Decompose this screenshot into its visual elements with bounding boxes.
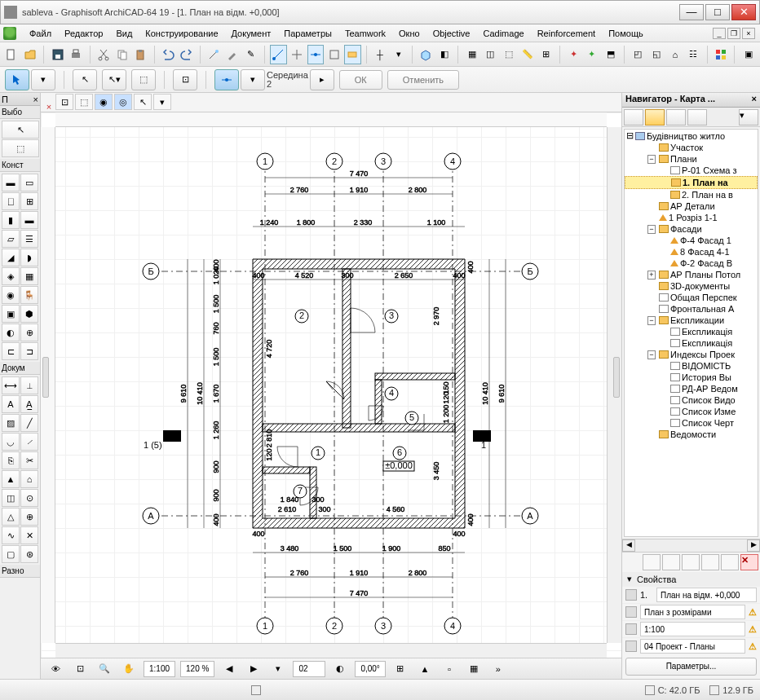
tool-c[interactable]: ⬚: [501, 45, 518, 64]
paste-button[interactable]: [132, 45, 149, 64]
menu-design[interactable]: Конструирование: [139, 26, 224, 41]
menu-options[interactable]: Параметры: [277, 26, 338, 41]
snap-group-5[interactable]: [344, 45, 361, 64]
spline-tool[interactable]: ∿: [2, 526, 20, 544]
beam-tool[interactable]: ▬: [20, 211, 38, 229]
props-tab-delete[interactable]: ✕: [740, 554, 758, 570]
section-button[interactable]: ◧: [436, 45, 453, 64]
tree-item[interactable]: +АР Планы Потол: [625, 269, 758, 280]
orbit-button[interactable]: 👁: [46, 659, 65, 679]
zoom-extents-button[interactable]: ⊡: [70, 659, 90, 679]
snap-midpoint-button[interactable]: [214, 69, 239, 90]
menu-reinforcement[interactable]: Reinforcement: [531, 26, 603, 41]
trace-button[interactable]: ⊡: [55, 94, 73, 110]
tree-item[interactable]: −Фасади: [625, 223, 758, 235]
snap-group-1[interactable]: [270, 45, 287, 64]
grid-tool[interactable]: ⊕: [20, 508, 38, 526]
mdi-restore[interactable]: ❐: [727, 28, 740, 39]
tool-j[interactable]: ◱: [648, 45, 665, 64]
trace-fill[interactable]: ◉: [95, 94, 113, 110]
horizontal-scrollbar[interactable]: [55, 643, 607, 658]
menu-view[interactable]: Вид: [109, 26, 139, 41]
view-3d-button[interactable]: [418, 45, 435, 64]
grid-snap-button[interactable]: ┼: [372, 45, 389, 64]
props-tab-5[interactable]: [721, 554, 739, 570]
minimize-button[interactable]: —: [679, 4, 704, 20]
interior-tool[interactable]: ⌂: [20, 470, 38, 488]
skylight-tool[interactable]: ◈: [2, 267, 20, 285]
tree-item[interactable]: Ф-4 Фасад 1: [625, 235, 758, 246]
roof-tool[interactable]: ◢: [2, 249, 20, 266]
text-tool[interactable]: A: [2, 395, 20, 413]
curtain-tool[interactable]: ▦: [20, 267, 38, 285]
tree-item[interactable]: Список Черт: [625, 417, 758, 429]
tab-close-icon[interactable]: ×: [44, 102, 54, 112]
menu-file[interactable]: Файл: [23, 26, 58, 41]
dimension-tool[interactable]: ⟷: [2, 376, 20, 394]
qb-more[interactable]: »: [488, 659, 508, 679]
tree-item[interactable]: −Експликации: [625, 315, 758, 326]
tree-item[interactable]: 1 Розріз 1-1: [625, 212, 758, 223]
scale-field[interactable]: 1:100: [144, 661, 175, 677]
hotspot-tool[interactable]: ✕: [20, 526, 38, 544]
tree-item[interactable]: Експликація: [625, 326, 758, 337]
tool-h[interactable]: ⬒: [602, 45, 619, 64]
wall-tool-2[interactable]: ▭: [20, 174, 38, 192]
props-tab-4[interactable]: [701, 554, 719, 570]
views-dd[interactable]: ▾: [268, 659, 288, 679]
pan-button[interactable]: ✋: [119, 659, 139, 679]
tree-item[interactable]: ВІДОМІСТЬ: [625, 360, 758, 372]
nav-tab-options[interactable]: ▾: [739, 109, 758, 125]
elevation-tool[interactable]: ▲: [2, 470, 20, 488]
tree-item[interactable]: −Индексы Проек: [625, 349, 758, 360]
stair-tool[interactable]: ☰: [20, 230, 38, 248]
tree-item[interactable]: −Плани: [625, 153, 758, 165]
tree-item[interactable]: Список Видо: [625, 394, 758, 406]
tool-last[interactable]: ▣: [740, 45, 757, 64]
syringe-button[interactable]: ✎: [243, 45, 260, 64]
marquee-tool[interactable]: ⬚: [2, 139, 39, 157]
angle-field[interactable]: 0,00°: [355, 661, 385, 677]
tool-colors[interactable]: [713, 45, 730, 64]
trace-fill2[interactable]: ◎: [114, 94, 132, 110]
menu-teamwork[interactable]: Teamwork: [338, 26, 392, 41]
nav-tab-project[interactable]: [624, 109, 643, 125]
trace-dd[interactable]: ▾: [153, 94, 171, 110]
arc-tool[interactable]: ◡: [2, 433, 20, 451]
tree-item[interactable]: 8 Фасад 4-1: [625, 246, 758, 258]
nav-tab-layout[interactable]: [666, 109, 686, 125]
tree-root[interactable]: ⊟ Будівництво житло: [625, 130, 758, 142]
qb-a[interactable]: ⊞: [391, 659, 410, 679]
lamp-tool[interactable]: ◐: [2, 324, 20, 341]
props-scale-field[interactable]: 1:100: [640, 622, 745, 636]
section-document[interactable]: Докум: [0, 362, 40, 375]
line-tool[interactable]: ╱: [20, 414, 38, 432]
wall-end-tool[interactable]: ⊏: [2, 342, 20, 360]
polyline-tool[interactable]: ⟋: [20, 433, 38, 451]
mdi-minimize[interactable]: _: [713, 28, 726, 39]
object-tool[interactable]: 🪑: [20, 286, 38, 304]
tree-item[interactable]: АР Детали: [625, 200, 758, 212]
column-tool[interactable]: ▮: [2, 211, 20, 229]
detail-tool[interactable]: ⊙: [20, 489, 38, 507]
tree-item[interactable]: 1. План на: [625, 176, 758, 189]
trace-marquee[interactable]: ⬚: [75, 94, 93, 110]
tool-g[interactable]: ✦: [584, 45, 601, 64]
arrow-mode-button[interactable]: [5, 69, 29, 90]
corner-tool[interactable]: ⊐: [20, 342, 38, 360]
toolbox-header[interactable]: П ×: [0, 93, 40, 106]
snap-dropdown[interactable]: ▾: [241, 69, 265, 90]
navigator-tree[interactable]: ⊟ Будівництво житло Участок−ПланиP-01 Сх…: [624, 129, 758, 537]
morph-tool[interactable]: ◉: [2, 286, 20, 304]
redo-button[interactable]: [178, 45, 195, 64]
trace-arrow[interactable]: ↖: [134, 94, 152, 110]
tool-b[interactable]: ◫: [482, 45, 499, 64]
worksheet-tool[interactable]: ◫: [2, 489, 20, 507]
tree-item[interactable]: История Вы: [625, 372, 758, 383]
props-plan-field[interactable]: План з розмірами: [640, 605, 745, 619]
props-tab-3[interactable]: [682, 554, 700, 570]
right-collapse-handle[interactable]: [613, 357, 620, 398]
tree-item[interactable]: Участок: [625, 142, 758, 153]
tree-item[interactable]: Ф-2 Фасад В: [625, 258, 758, 269]
shell-tool[interactable]: ◗: [20, 249, 38, 266]
